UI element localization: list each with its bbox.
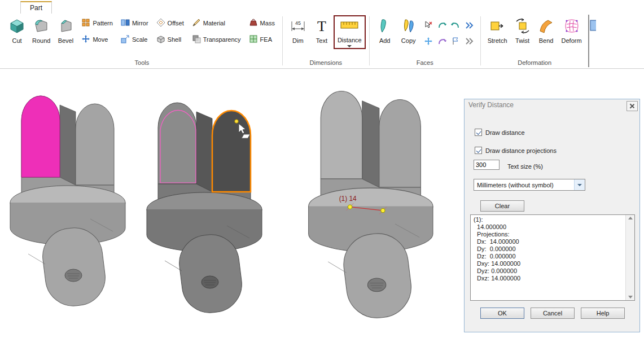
- ribbon: Cut Round Bevel Pattern Move: [0, 14, 644, 69]
- ok-button[interactable]: OK: [480, 308, 524, 319]
- copy-face-label: Copy: [401, 37, 416, 44]
- move-button[interactable]: Move: [81, 34, 112, 45]
- draw-distance-checkbox[interactable]: [475, 129, 482, 136]
- part-1-highlighted-face[interactable]: [21, 96, 60, 177]
- invert-selection-button[interactable]: [423, 19, 434, 32]
- results-text: (1): 14.000000 Projections: Dx: 14.00000…: [471, 215, 625, 300]
- shell-label: Shell: [168, 36, 181, 43]
- rotate-face-ccw-button[interactable]: [450, 19, 461, 32]
- pattern-button[interactable]: Pattern: [81, 18, 112, 28]
- copy-face-button[interactable]: Copy: [397, 16, 420, 45]
- shell-button[interactable]: Shell: [156, 34, 184, 45]
- twist-label: Twist: [515, 37, 529, 44]
- fea-button[interactable]: FEA: [249, 34, 275, 45]
- svg-text:45: 45: [295, 20, 301, 26]
- scroll-down-icon[interactable]: [628, 296, 633, 299]
- svg-text:T: T: [317, 18, 326, 34]
- scale-icon: [121, 34, 130, 45]
- expand-selection-button[interactable]: [463, 19, 475, 32]
- cancel-button[interactable]: Cancel: [531, 308, 575, 319]
- transparency-button[interactable]: Transparency: [192, 34, 241, 45]
- part-2-selected-face[interactable]: [212, 111, 251, 192]
- text-size-label: Text size (%): [507, 163, 543, 170]
- face-tools-cluster: [423, 19, 475, 48]
- ribbon-group-faces: Add Copy Faces: [370, 14, 480, 68]
- mirror-icon: [121, 18, 130, 28]
- group-label-dimensions: Dimensions: [283, 59, 369, 68]
- help-button[interactable]: Help: [581, 308, 625, 319]
- results-listbox[interactable]: (1): 14.000000 Projections: Dx: 14.00000…: [470, 214, 635, 301]
- offset-button[interactable]: Offset: [156, 18, 184, 28]
- offset-label: Offset: [168, 20, 184, 27]
- material-button[interactable]: Material: [192, 18, 241, 28]
- round-icon: [33, 17, 50, 36]
- scroll-up-icon[interactable]: [628, 217, 633, 220]
- units-dropdown[interactable]: Millimeters (without symbol): [474, 179, 585, 191]
- flag-face-button[interactable]: [450, 34, 461, 48]
- sweep-face-button[interactable]: [436, 34, 448, 48]
- mass-button[interactable]: Mass: [249, 18, 275, 28]
- shift-face-button[interactable]: [463, 34, 475, 48]
- round-button[interactable]: Round: [29, 16, 54, 45]
- deform-label: Deform: [562, 37, 582, 44]
- ribbon-group-dimensions: 45 Dim T Text Distance Dimensions: [283, 14, 369, 68]
- dim-icon: 45: [290, 17, 306, 36]
- twist-button[interactable]: Twist: [511, 16, 535, 45]
- mass-icon: [249, 18, 258, 28]
- draw-projections-checkbox-row: Draw distance projections: [475, 147, 557, 154]
- tab-part-label: Part: [30, 4, 42, 12]
- part-2[interactable]: [147, 103, 262, 316]
- group-separator: [369, 16, 370, 65]
- group-label-faces: Faces: [370, 59, 480, 68]
- draw-projections-checkbox[interactable]: [475, 147, 482, 154]
- move-icon: [81, 34, 90, 45]
- bevel-button[interactable]: Bevel: [54, 16, 77, 45]
- fea-label: FEA: [260, 36, 272, 43]
- part-1[interactable]: [10, 96, 125, 309]
- units-dropdown-button[interactable]: [574, 179, 585, 190]
- dim-button[interactable]: 45 Dim: [286, 16, 310, 45]
- text-size-input[interactable]: [474, 160, 500, 170]
- distance-dropdown-caret[interactable]: [347, 45, 352, 47]
- part-3[interactable]: (1) 14: [309, 91, 433, 321]
- cut-label: Cut: [12, 37, 21, 44]
- stretch-button[interactable]: Stretch: [484, 16, 511, 45]
- ok-button-label: OK: [498, 310, 507, 317]
- distance-button[interactable]: Distance: [334, 15, 366, 49]
- dialog-close-button[interactable]: [627, 101, 638, 111]
- add-face-button[interactable]: Add: [373, 16, 397, 45]
- scale-label: Scale: [132, 36, 148, 43]
- bend-button[interactable]: Bend: [535, 16, 558, 45]
- material-label: Material: [203, 20, 225, 27]
- cut-button[interactable]: Cut: [5, 16, 29, 45]
- distance-icon: [340, 17, 359, 35]
- deform-button[interactable]: Deform: [558, 16, 585, 45]
- tab-part[interactable]: Part: [20, 1, 52, 14]
- twist-icon: [514, 17, 531, 36]
- copy-face-icon: [400, 17, 417, 36]
- help-button-label: Help: [597, 310, 610, 317]
- rotate-face-cw-button[interactable]: [436, 19, 448, 32]
- translate-face-button[interactable]: [423, 34, 434, 48]
- chevron-down-icon: [577, 184, 582, 186]
- bend-label: Bend: [539, 37, 554, 44]
- text-button[interactable]: T Text: [310, 16, 334, 45]
- mass-label: Mass: [260, 20, 275, 27]
- transparency-icon: [192, 34, 201, 45]
- group-separator: [480, 16, 481, 65]
- fea-icon: [249, 34, 258, 45]
- clear-button-label: Clear: [495, 203, 510, 209]
- distance-label: Distance: [338, 37, 362, 43]
- deform-icon: [563, 17, 580, 36]
- mirror-button[interactable]: Mirror: [121, 18, 148, 28]
- scale-button[interactable]: Scale: [121, 34, 148, 45]
- add-face-icon: [376, 17, 393, 36]
- cut-icon: [8, 17, 25, 36]
- bevel-icon: [57, 17, 74, 36]
- clear-button[interactable]: Clear: [480, 200, 524, 212]
- verify-distance-dialog: Verify Distance Draw distance Draw dista…: [464, 99, 640, 332]
- ribbon-group-tools: Cut Round Bevel Pattern Move: [2, 14, 282, 68]
- stretch-label: Stretch: [488, 37, 507, 44]
- results-scrollbar[interactable]: [625, 215, 634, 300]
- pattern-icon: [81, 18, 90, 28]
